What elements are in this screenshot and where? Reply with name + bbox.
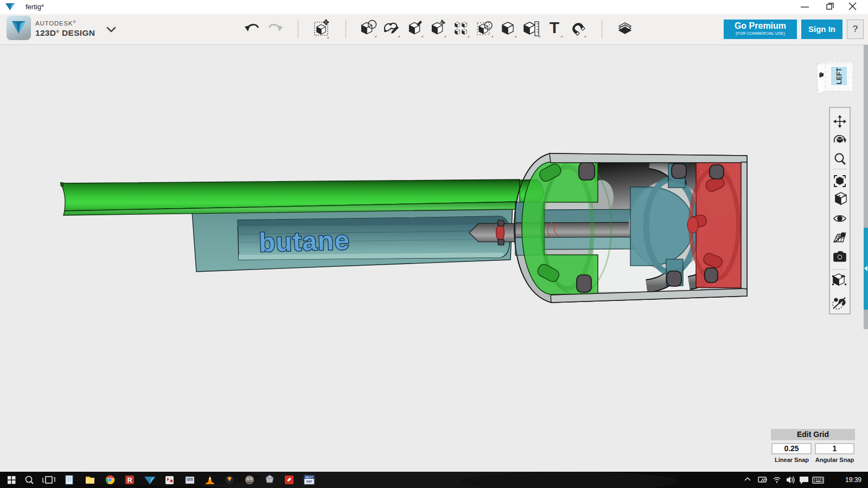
svg-text:LEFT: LEFT — [835, 67, 843, 84]
svg-text:DELFT: DELFT — [305, 476, 314, 479]
svg-text:SHIP: SHIP — [307, 480, 312, 483]
svg-text:T: T — [550, 18, 559, 36]
svg-text:R: R — [127, 477, 132, 484]
